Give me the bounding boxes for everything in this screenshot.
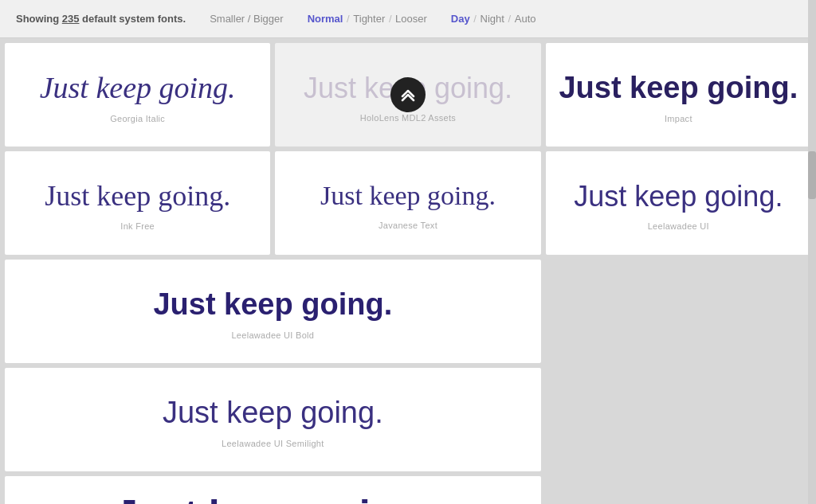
- smaller-link[interactable]: Smaller: [210, 13, 245, 25]
- spacing-tighter[interactable]: Tighter: [353, 13, 385, 25]
- scrollbar[interactable]: [808, 0, 816, 504]
- font-name: Javanese Text: [379, 221, 437, 230]
- font-card-impact[interactable]: Just keep going. Impact: [546, 43, 811, 147]
- font-preview: Just keep going.: [559, 70, 798, 107]
- theme-night[interactable]: Night: [481, 13, 504, 25]
- theme-day[interactable]: Day: [451, 13, 470, 25]
- font-name: Leelawadee UI: [648, 221, 709, 231]
- font-count-info: Showing 235 default system fonts.: [16, 13, 186, 25]
- font-name: Leelawadee UI Bold: [231, 330, 314, 340]
- font-name: Ink Free: [120, 221, 155, 231]
- showing-label: Showing: [16, 13, 62, 25]
- size-controls: Smaller / Bigger: [210, 13, 284, 25]
- font-preview: Just keep going.: [574, 179, 783, 213]
- font-name: HoloLens MDL2 Assets: [360, 113, 456, 123]
- font-count-number: 235: [62, 13, 80, 25]
- spacing-normal[interactable]: Normal: [308, 13, 343, 25]
- scrollbar-thumb[interactable]: [808, 151, 816, 199]
- theme-auto[interactable]: Auto: [515, 13, 536, 25]
- theme-controls: Day / Night / Auto: [451, 13, 536, 25]
- font-preview: Just keep going.: [163, 395, 383, 432]
- font-card-ink-free[interactable]: Just keep going. Ink Free: [5, 151, 270, 255]
- font-name: Impact: [665, 114, 692, 123]
- font-name: Leelawadee UI Semilight: [222, 439, 324, 448]
- font-preview: Just keep going.: [320, 180, 496, 213]
- spacing-looser[interactable]: Looser: [395, 13, 427, 25]
- scroll-to-top-button[interactable]: [390, 77, 426, 112]
- font-card-leelawadee-semilight[interactable]: Just keep going. Leelawadee UI Semilight: [5, 368, 541, 471]
- font-card-javanese[interactable]: Just keep going. Javanese Text: [275, 151, 540, 255]
- font-preview: Just keep going.: [45, 179, 230, 213]
- spacing-controls: Normal / Tighter / Looser: [308, 13, 427, 25]
- font-preview: Just keep going.: [116, 490, 430, 505]
- font-preview: Just keep going.: [153, 287, 392, 323]
- font-card-georgia-italic[interactable]: Just keep going. Georgia Italic: [5, 43, 270, 147]
- bigger-link[interactable]: Bigger: [253, 13, 284, 25]
- font-card-bottom-left[interactable]: Just keep going.: [5, 476, 541, 504]
- font-card-leelawadee-bold[interactable]: Just keep going. Leelawadee UI Bold: [5, 260, 541, 363]
- size-separator: /: [248, 13, 253, 25]
- font-card-leelawadee-ui[interactable]: Just keep going. Leelawadee UI: [546, 151, 811, 255]
- font-grid: Just keep going. Georgia Italic Just kee…: [0, 38, 816, 504]
- font-name: Georgia Italic: [110, 114, 165, 123]
- font-card-hololens[interactable]: Just keep going. HoloLens MDL2 Assets: [275, 43, 540, 147]
- font-preview: Just keep going.: [40, 70, 236, 107]
- chevron-up-double-icon: [399, 86, 417, 104]
- header-bar: Showing 235 default system fonts. Smalle…: [0, 0, 816, 38]
- showing-suffix: default system fonts.: [79, 13, 186, 25]
